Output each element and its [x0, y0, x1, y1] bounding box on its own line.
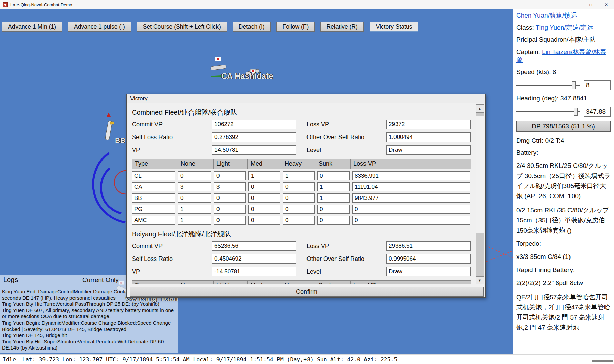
self-loss-ratio-field[interactable]: 0.276392: [212, 132, 296, 142]
app-window: Late-Qing-Naval-Combat-Demo — □ ✕ Comman…: [0, 0, 614, 364]
heading-label: Heading (deg): 347.8841: [516, 94, 611, 102]
log-line: Ting Yuen DE 145, Bridge hit: [2, 332, 174, 339]
loss-vp-field[interactable]: 29386.51: [386, 241, 471, 251]
vp-field[interactable]: -14.50781: [212, 267, 296, 276]
ship-label[interactable]: CA Hashidate: [221, 72, 273, 81]
ship-label[interactable]: BB: [115, 136, 125, 144]
damage-control-status: Dmg Ctrl: 0/2 T:4: [516, 136, 611, 145]
level-label: Level: [306, 147, 386, 154]
table-cell: 0: [317, 205, 350, 214]
victory-scroll-area[interactable]: Combined Fleet/連合艦隊/联合舰队 Commit VP 10627…: [130, 104, 474, 284]
column-header: Med: [247, 280, 282, 284]
ship-name-link[interactable]: Chen Yuan/鎮遠/镇远: [516, 12, 577, 19]
close-icon[interactable]: ✕: [598, 0, 614, 9]
table-cell: 0: [178, 193, 211, 203]
ship-icon[interactable]: [105, 121, 112, 140]
rapid-battery-list: 2(2)/2(2) 2.2" 6pdf 8ctwQF/2门口径57毫米单管哈乞开…: [516, 278, 611, 333]
advance-1-pulse-button[interactable]: Advance 1 pulse (`): [68, 22, 131, 32]
column-header: Light: [213, 159, 248, 169]
dialog-scrollbar[interactable]: ▲ ▼: [476, 104, 484, 284]
scrollbar-thumb[interactable]: [476, 116, 484, 233]
title-bar[interactable]: Late-Qing-Naval-Combat-Demo — □ ✕: [0, 0, 614, 9]
column-header: Type: [132, 159, 178, 169]
table-cell: 0: [248, 193, 280, 203]
ship-icon[interactable]: [210, 65, 226, 70]
torpedo-list: x3/3 35cm C/84 (1): [516, 252, 611, 262]
minimize-icon[interactable]: —: [567, 0, 583, 9]
table-cell: 0: [248, 182, 280, 191]
other-over-self-ratio-field[interactable]: 0.9995064: [386, 254, 471, 264]
status-mode: Idle: [3, 356, 16, 363]
fleet-heading: Combined Fleet/連合艦隊/联合舰队: [132, 108, 474, 117]
range-arc: [101, 168, 121, 213]
other-over-self-ratio-label: Other Over Self Ratio: [306, 255, 386, 263]
loss-table: TypeNoneLightMedHeavySunkLoss VPCL001108…: [132, 159, 474, 225]
squadron-label: Pricipal Squadron/本隊/主队: [516, 36, 611, 44]
commit-vp-label: Commit VP: [132, 243, 212, 250]
speed-value-field[interactable]: 8: [584, 80, 611, 90]
heading-slider[interactable]: [516, 107, 580, 116]
commit-vp-field[interactable]: 106272: [212, 120, 296, 129]
ship-class-link[interactable]: Ting Yuen/定遠/定远: [536, 24, 593, 31]
commit-vp-field[interactable]: 65236.56: [212, 241, 296, 251]
range-arc: [93, 153, 125, 222]
captain-label: Captain:: [516, 48, 540, 55]
detach-i-button[interactable]: Detach (I): [233, 22, 271, 32]
level-field[interactable]: Draw: [386, 145, 471, 155]
vp-field[interactable]: 14.50781: [212, 145, 296, 155]
table-cell: 0: [352, 216, 470, 225]
advance-1-min-1-button[interactable]: Advance 1 Min (1): [2, 22, 62, 32]
table-cell: 0: [178, 171, 211, 180]
dp-status-bar[interactable]: DP 798/1563 (51.1 %): [516, 121, 611, 132]
torpedo-heading: Torpedo:: [516, 240, 611, 248]
other-over-self-ratio-field[interactable]: 1.000494: [386, 132, 471, 142]
status-bar: Idle Lat: 39.723 Lon: 123.707 UTC: 9/17/…: [0, 354, 614, 364]
table-row: CA3300111191.04: [132, 182, 474, 191]
log-line: Ting Yuen Bty Hit: SuperStructureVertica…: [2, 339, 174, 351]
table-cell: PG: [132, 205, 175, 214]
class-label: Class:: [516, 24, 534, 31]
victory-status-button[interactable]: Victory Status: [370, 22, 419, 32]
column-header: Sunk: [316, 280, 351, 284]
heading-value-field[interactable]: 347.88: [584, 107, 611, 117]
japan-flag-icon: [215, 57, 221, 61]
spec-text: QF/2门口径57毫米单管哈乞开司式机关炮，2门口径47毫米单管哈开司式机关炮/…: [516, 292, 611, 333]
logs-filter-toggle[interactable]: Current Only: [82, 276, 119, 284]
follow-f-button[interactable]: Follow (F): [276, 22, 315, 32]
column-header: Med: [247, 159, 282, 169]
vp-label: VP: [132, 268, 212, 275]
table-cell: 1: [178, 205, 211, 214]
speed-slider-handle[interactable]: [572, 81, 576, 89]
relative-r-button[interactable]: Relative (R): [320, 22, 363, 32]
table-cell: 0: [283, 182, 315, 191]
level-field[interactable]: Draw: [386, 267, 471, 276]
app-icon: [3, 2, 8, 7]
slider-track: [516, 111, 580, 112]
maximize-icon[interactable]: □: [583, 0, 598, 9]
vp-label: VP: [132, 147, 212, 154]
confirm-button[interactable]: Confirm: [130, 287, 484, 297]
victory-dialog: Victory Combined Fleet/連合艦隊/联合舰队 Commit …: [126, 94, 486, 298]
table-cell: 0: [283, 216, 315, 225]
column-header: Heavy: [282, 159, 316, 169]
column-header: Loss VP: [350, 159, 471, 169]
table-cell: CL: [132, 171, 175, 180]
table-cell: 1: [317, 182, 350, 191]
heading-slider-handle[interactable]: [574, 108, 578, 116]
tactical-map[interactable]: Advance 1 Min (1)Advance 1 pulse (`)Set …: [0, 9, 513, 354]
scroll-down-icon[interactable]: ▼: [476, 276, 484, 284]
speed-slider[interactable]: [516, 81, 580, 90]
set-course-shift-left-click-button[interactable]: Set Course (Shift + Left Click): [137, 22, 227, 32]
loss-vp-field[interactable]: 29372: [386, 120, 471, 129]
table-cell: 9843.977: [352, 193, 470, 203]
victory-dialog-titlebar[interactable]: Victory: [127, 94, 485, 103]
table-cell: CA: [132, 182, 175, 191]
self-loss-ratio-label: Self Loss Ratio: [132, 255, 212, 263]
self-loss-ratio-field[interactable]: 0.4504692: [212, 254, 296, 264]
scroll-up-icon[interactable]: ▲: [476, 104, 484, 113]
table-cell: 1: [178, 216, 211, 225]
watermark: [592, 360, 613, 363]
bearing-line: [485, 245, 513, 258]
table-cell: 3: [214, 182, 246, 191]
loss-vp-label: Loss VP: [306, 121, 386, 128]
